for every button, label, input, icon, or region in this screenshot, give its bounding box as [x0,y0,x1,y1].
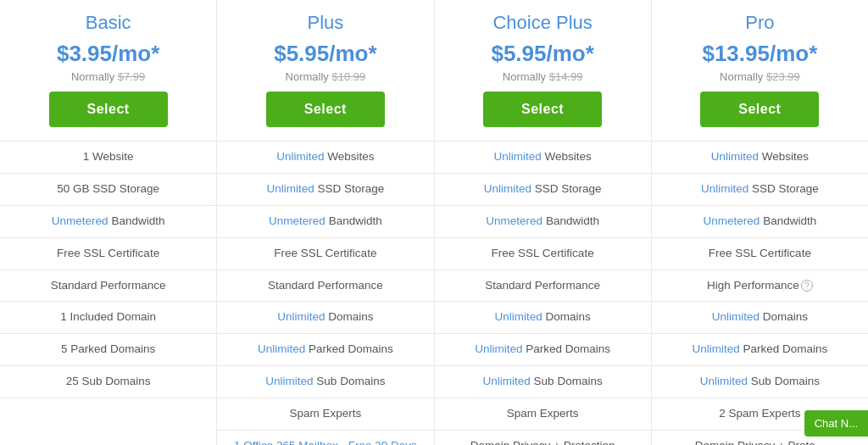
plan-normal-price-pro: Normally $23.99 [720,70,800,83]
feature-item: Standard Performance [435,270,651,303]
select-button-pro[interactable]: Select [700,92,819,127]
plan-name-basic: Basic [86,0,131,41]
feature-item: Unlimited Websites [217,142,433,174]
plan-name-pro: Pro [745,0,774,41]
feature-link-plus-9[interactable]: 1 Office 365 Mailbox - Free 30 Days [234,439,417,445]
feature-item: Domain Privacy + Protection [435,431,651,445]
select-button-choice-plus[interactable]: Select [483,92,602,127]
plan-card-pro: Pro$13.95/mo*Normally $23.99SelectUnlimi… [652,0,868,445]
feature-item: Unmetered Bandwidth [217,206,433,238]
feature-item: High Performance? [652,270,868,303]
feature-item: Spam Experts [217,398,433,431]
feature-item: 5 Parked Domains [0,334,216,366]
feature-item: Unlimited Parked Domains [217,334,433,366]
select-button-plus[interactable]: Select [266,92,385,127]
feature-item: Unlimited SSD Storage [435,174,651,206]
feature-item: Unlimited Domains [435,302,651,334]
feature-item: 50 GB SSD Storage [0,174,216,206]
feature-item: Unmetered Bandwidth [435,206,651,238]
feature-list-choice-plus: Unlimited WebsitesUnlimited SSD StorageU… [435,141,651,445]
plan-card-choice-plus: Choice Plus$5.95/mo*Normally $14.99Selec… [435,0,652,445]
feature-item: 1 Website [0,142,216,174]
feature-item: Unlimited Sub Domains [435,366,651,398]
chat-button[interactable]: Chat N... [804,410,868,437]
feature-item: Free SSL Certificate [435,238,651,270]
feature-item: Free SSL Certificate [652,238,868,270]
feature-item: Unlimited Sub Domains [217,366,433,398]
feature-item: Unlimited Domains [652,302,868,334]
plan-name-choice-plus: Choice Plus [492,0,592,41]
plan-normal-price-basic: Normally $7.99 [71,70,145,83]
feature-item: Unlimited Websites [652,142,868,174]
plan-price-plus: $5.95/mo* [274,41,376,67]
feature-item: Spam Experts [435,398,651,431]
feature-item: Unmetered Bandwidth [652,206,868,238]
select-button-basic[interactable]: Select [49,92,168,127]
plan-normal-price-plus: Normally $10.99 [286,70,366,83]
feature-item: Unlimited Websites [435,142,651,174]
feature-item: 25 Sub Domains [0,366,216,398]
plan-normal-price-choice-plus: Normally $14.99 [503,70,583,83]
feature-item: Unlimited Domains [217,302,433,334]
feature-item: Free SSL Certificate [0,238,216,270]
feature-item: Free SSL Certificate [217,238,433,270]
plan-price-pro: $13.95/mo* [702,41,817,67]
feature-list-plus: Unlimited WebsitesUnlimited SSD StorageU… [217,141,433,445]
plan-card-basic: Basic$3.95/mo*Normally $7.99Select1 Webs… [0,0,217,445]
feature-list-pro: Unlimited WebsitesUnlimited SSD StorageU… [652,141,868,445]
feature-item: Unlimited Sub Domains [652,366,868,398]
feature-item: 1 Office 365 Mailbox - Free 30 Days [217,431,433,445]
feature-item: Unlimited SSD Storage [652,174,868,206]
plans-container: Basic$3.95/mo*Normally $7.99Select1 Webs… [0,0,868,445]
feature-item: Unlimited Parked Domains [435,334,651,366]
feature-list-basic: 1 Website50 GB SSD StorageUnmetered Band… [0,141,216,398]
plan-name-plus: Plus [307,0,343,41]
help-icon-pro-4[interactable]: ? [801,280,813,292]
feature-item: Unlimited Parked Domains [652,334,868,366]
feature-item: 1 Included Domain [0,302,216,334]
feature-item: Unlimited SSD Storage [217,174,433,206]
feature-item: Standard Performance [0,270,216,303]
plan-price-choice-plus: $5.95/mo* [491,41,593,67]
feature-item: Unmetered Bandwidth [0,206,216,238]
plan-card-plus: Plus$5.95/mo*Normally $10.99SelectUnlimi… [217,0,434,445]
feature-item: Standard Performance [217,270,433,303]
plan-price-basic: $3.95/mo* [57,41,159,67]
